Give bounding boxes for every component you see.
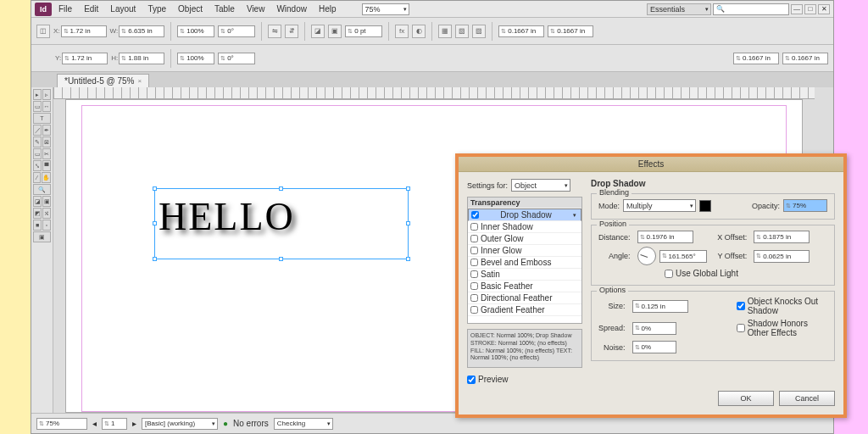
- angle-wheel[interactable]: [637, 247, 656, 265]
- spread-field[interactable]: 0%: [632, 322, 676, 335]
- fill-swatch-icon[interactable]: ◪: [311, 25, 325, 38]
- hand-tool[interactable]: ✋: [42, 172, 51, 183]
- angle-field[interactable]: 161.565°: [659, 250, 707, 263]
- fx-drop-shadow[interactable]: Drop Shadow: [468, 209, 581, 221]
- close-tab-icon[interactable]: ×: [137, 77, 142, 85]
- window-max-icon[interactable]: □: [804, 4, 816, 14]
- flip-h-icon[interactable]: ⇋: [268, 25, 281, 38]
- menu-view[interactable]: View: [242, 3, 270, 15]
- search-input[interactable]: [713, 3, 789, 15]
- settings-for-select[interactable]: Object: [511, 179, 570, 192]
- handle-icon[interactable]: [279, 257, 283, 261]
- checking-combo[interactable]: Checking: [274, 418, 333, 430]
- handle-icon[interactable]: [406, 221, 410, 225]
- pen-tool[interactable]: ✒: [42, 125, 51, 136]
- w-field[interactable]: 6.635 in: [119, 25, 164, 37]
- handle-icon[interactable]: [406, 257, 410, 261]
- swap-colors-icon[interactable]: ⤭: [42, 208, 51, 219]
- view-mode-icon[interactable]: ▣: [33, 231, 51, 242]
- menu-help[interactable]: Help: [314, 3, 342, 15]
- preview-checkbox[interactable]: Preview: [467, 375, 835, 384]
- scale-x-field[interactable]: 100%: [177, 25, 214, 37]
- fx-basic-feather[interactable]: Basic Feather: [468, 281, 581, 292]
- scale-y-field[interactable]: 100%: [177, 53, 214, 64]
- menu-type[interactable]: Type: [142, 3, 171, 15]
- scissors-tool[interactable]: ✂: [42, 148, 51, 159]
- yoffset-field[interactable]: 0.0625 in: [754, 250, 810, 263]
- line-tool[interactable]: ／: [33, 125, 42, 136]
- apply-none-icon[interactable]: ▫: [42, 220, 51, 231]
- y-field[interactable]: 1.72 in: [62, 53, 108, 64]
- default-colors-icon[interactable]: ◩: [33, 208, 42, 219]
- fx-inner-shadow[interactable]: Inner Shadow: [468, 221, 581, 233]
- eyedropper-tool[interactable]: ⁄: [33, 172, 41, 183]
- noise-field[interactable]: 0%: [632, 341, 676, 353]
- handle-icon[interactable]: [153, 186, 157, 191]
- stroke-proxy[interactable]: ▣: [42, 196, 51, 207]
- menu-window[interactable]: Window: [271, 3, 312, 15]
- blend-mode-select[interactable]: Multiply: [623, 199, 696, 212]
- direct-select-tool[interactable]: ▹: [42, 89, 51, 100]
- menu-edit[interactable]: Edit: [79, 3, 103, 15]
- rect-tool[interactable]: ▭: [33, 148, 42, 159]
- window-min-icon[interactable]: —: [791, 4, 803, 14]
- pencil-tool[interactable]: ✎: [33, 136, 42, 147]
- handle-icon[interactable]: [153, 221, 157, 225]
- page-tool[interactable]: ▭: [33, 101, 42, 112]
- fx-satin[interactable]: Satin: [468, 269, 581, 281]
- fx-bevel[interactable]: Bevel and Emboss: [468, 257, 581, 269]
- zoom-tool[interactable]: 🔍: [33, 184, 51, 195]
- menu-object[interactable]: Object: [173, 3, 208, 15]
- page-number-field[interactable]: 1: [102, 418, 127, 430]
- free-transform-tool[interactable]: ⤡: [33, 160, 42, 171]
- honors-checkbox[interactable]: Shadow Honors Other Effects: [737, 319, 827, 337]
- page-nav-prev-icon[interactable]: ◂: [92, 419, 97, 428]
- ok-button[interactable]: OK: [718, 391, 774, 406]
- opacity-field[interactable]: 75%: [783, 199, 827, 212]
- rect-frame-tool[interactable]: ⊠: [42, 136, 51, 147]
- cancel-button[interactable]: Cancel: [779, 391, 835, 406]
- opacity-icon[interactable]: ◐: [412, 25, 426, 38]
- fx-directional-feather[interactable]: Directional Feather: [468, 292, 581, 304]
- gradient-tool[interactable]: ▀: [42, 160, 51, 171]
- text-wrap-3-icon[interactable]: ▨: [472, 25, 486, 38]
- shear-field[interactable]: 0°: [218, 53, 255, 64]
- inset-1-field[interactable]: 0.1667 in: [498, 25, 544, 37]
- global-light-checkbox[interactable]: Use Global Light: [665, 269, 827, 278]
- handle-icon[interactable]: [406, 186, 410, 191]
- ref-point-icon[interactable]: ◫: [36, 25, 50, 38]
- menu-file[interactable]: File: [53, 3, 77, 15]
- stroke-swatch-icon[interactable]: ▣: [328, 25, 342, 38]
- preflight-combo[interactable]: [Basic] (working): [142, 418, 218, 430]
- handle-icon[interactable]: [279, 186, 283, 191]
- workspace-switcher[interactable]: Essentials: [647, 3, 711, 15]
- text-wrap-2-icon[interactable]: ▧: [455, 25, 469, 38]
- menu-table[interactable]: Table: [209, 3, 240, 15]
- fx-icon[interactable]: fx: [395, 25, 409, 38]
- zoom-combo[interactable]: 75%: [362, 3, 409, 15]
- fx-gradient-feather[interactable]: Gradient Feather: [468, 304, 581, 316]
- apply-color-icon[interactable]: ■: [33, 220, 42, 231]
- status-zoom[interactable]: 75%: [36, 418, 87, 430]
- knockout-checkbox[interactable]: Object Knocks Out Shadow: [737, 297, 827, 315]
- stroke-weight-field[interactable]: 0 pt: [345, 25, 382, 37]
- flip-v-icon[interactable]: ⇵: [285, 25, 298, 38]
- menu-layout[interactable]: Layout: [105, 3, 141, 15]
- inset-4-field[interactable]: 0.1667 in: [782, 53, 828, 64]
- inset-3-field[interactable]: 0.1667 in: [733, 53, 779, 64]
- h-field[interactable]: 1.88 in: [119, 53, 164, 64]
- shadow-color-swatch[interactable]: [699, 200, 711, 212]
- fx-inner-glow[interactable]: Inner Glow: [468, 245, 581, 257]
- window-close-icon[interactable]: ✕: [818, 4, 830, 14]
- fill-proxy[interactable]: ◪: [33, 196, 42, 207]
- text-frame[interactable]: HELLO: [154, 188, 409, 259]
- doc-tab[interactable]: *Untitled-5 @ 75% ×: [57, 74, 149, 87]
- inset-2-field[interactable]: 0.1667 in: [548, 25, 593, 37]
- fx-outer-glow[interactable]: Outer Glow: [468, 233, 581, 245]
- gap-tool[interactable]: ↔: [42, 101, 51, 112]
- xoffset-field[interactable]: 0.1875 in: [754, 231, 810, 243]
- text-wrap-icon[interactable]: ▦: [438, 25, 452, 38]
- rotate-field[interactable]: 0°: [218, 25, 255, 37]
- page-nav-next-icon[interactable]: ▸: [132, 419, 136, 428]
- type-tool[interactable]: T: [33, 113, 51, 124]
